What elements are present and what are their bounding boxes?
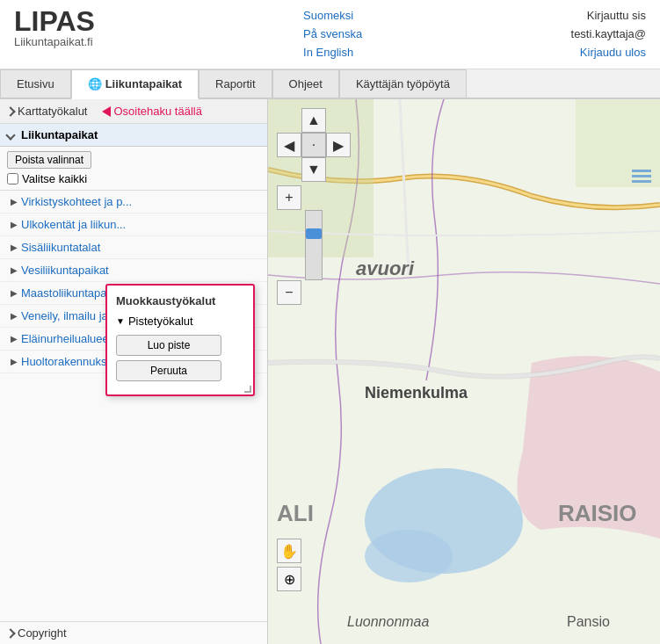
zoom-in-button[interactable]: + <box>277 185 301 210</box>
pistetyokalut-toggle[interactable]: ▼ Pistetyökalut <box>116 315 244 328</box>
svg-text:ALI: ALI <box>277 500 314 526</box>
liikuntapaikat-section[interactable]: Liikuntapaikat <box>0 124 267 147</box>
svg-text:Niemenkulma: Niemenkulma <box>365 384 468 402</box>
list-item-label: Virkistyskohteet ja p... <box>21 195 132 208</box>
poista-valinnat-button[interactable]: Poista valinnat <box>7 151 91 169</box>
zoom-thumb[interactable] <box>306 228 322 239</box>
list-arrow-icon: ▶ <box>11 220 18 229</box>
pan-down-button[interactable]: ▼ <box>301 157 326 182</box>
zoom-slider[interactable] <box>305 210 323 280</box>
list-arrow-icon: ▶ <box>11 242 18 252</box>
map-controls: ▲ ◀ · ▶ ▼ + − <box>277 108 351 305</box>
valitse-kaikki-row: Valitse kaikki <box>7 172 260 185</box>
pan-right-button[interactable]: ▶ <box>326 133 351 157</box>
link-suomeksi[interactable]: Suomeksi <box>303 7 353 25</box>
svg-text:Pansio: Pansio <box>567 614 610 629</box>
map-area[interactable]: avuori Niemenkulma ALI RAISIO Luonnonmaa… <box>268 99 660 644</box>
pistetyokalut-arrow-icon: ▼ <box>116 316 125 326</box>
logout-link[interactable]: Kirjaudu ulos <box>580 44 646 62</box>
map-line <box>632 170 651 172</box>
list-item-label: Huoltorakennukset <box>21 355 116 368</box>
zoom-extent-button[interactable]: ⊕ <box>277 567 301 591</box>
tab-raportit[interactable]: Raportit <box>199 69 272 98</box>
tab-raportit-label: Raportit <box>215 77 256 90</box>
valitse-kaikki-label: Valitse kaikki <box>22 172 87 185</box>
list-arrow-icon: ▶ <box>11 265 18 275</box>
map-line <box>632 180 651 183</box>
liikuntapaikat-arrow-icon <box>5 130 15 140</box>
osoitehaku-hint: Osoitehaku täällä <box>102 105 202 118</box>
tab-tyopoyta-label: Käyttäjän työpöytä <box>356 77 450 90</box>
tab-liikuntapaikat-label: Liikuntapaikat <box>105 77 182 90</box>
logo-lipas: LIPAS <box>14 7 95 35</box>
logo-area: LIPAS Liikuntapaikat.fi <box>14 7 95 48</box>
link-english[interactable]: In English <box>303 44 353 62</box>
map-tools-section: Karttatyökalut Osoitehaku täällä <box>0 99 267 124</box>
list-arrow-icon: ▶ <box>11 311 18 321</box>
pan-left-button[interactable]: ◀ <box>277 133 301 157</box>
arrow-right-icon <box>5 106 15 116</box>
list-item-label: Sisäliikuntatalat <box>21 241 100 254</box>
header: LIPAS Liikuntapaikat.fi Suomeksi På sven… <box>0 0 660 69</box>
map-tools-label: Karttatyökalut <box>18 105 88 118</box>
user-email: testi.kayttaja@ <box>571 25 646 44</box>
copyright-label: Copyright <box>18 626 67 640</box>
liikuntapaikat-label: Liikuntapaikat <box>21 128 98 141</box>
list-item[interactable]: ▶ Virkistyskohteet ja p... <box>0 191 267 213</box>
tab-ohjeet[interactable]: Ohjeet <box>272 69 339 98</box>
link-svenska[interactable]: På svenska <box>303 25 362 44</box>
map-bottom-controls: ✋ ⊕ <box>277 539 301 591</box>
tab-tyopoyta[interactable]: Käyttäjän työpöytä <box>339 69 467 98</box>
valitse-kaikki-checkbox[interactable] <box>7 173 18 185</box>
list-arrow-icon: ▶ <box>11 197 18 206</box>
svg-text:RAISIO: RAISIO <box>558 500 637 526</box>
modal-title: Muokkaustyökalut <box>116 294 244 308</box>
muokkaus-modal: Muokkaustyökalut ▼ Pistetyökalut Luo pis… <box>105 284 255 396</box>
logo-subtitle: Liikuntapaikat.fi <box>14 35 95 48</box>
list-arrow-icon: ▶ <box>11 288 18 298</box>
map-line <box>632 175 651 177</box>
list-arrow-icon: ▶ <box>11 334 18 344</box>
map-tools-toggle[interactable]: Karttatyökalut <box>7 105 88 118</box>
globe-icon: 🌐 <box>88 77 102 90</box>
zoom-out-button[interactable]: − <box>277 280 301 305</box>
hand-tool-button[interactable]: ✋ <box>277 539 301 563</box>
luo-piste-button[interactable]: Luo piste <box>116 335 221 356</box>
list-item-label: Vesiliikuntapaikat <box>21 264 109 277</box>
main-layout: Karttatyökalut Osoitehaku täällä Liikunt… <box>0 99 660 644</box>
list-arrow-icon: ▶ <box>11 357 18 366</box>
tab-ohjeet-label: Ohjeet <box>289 77 323 90</box>
pan-up-button[interactable]: ▲ <box>301 108 326 133</box>
list-item[interactable]: ▶ Ulkokentät ja liikun... <box>0 213 267 236</box>
pan-center-button[interactable]: · <box>301 133 326 157</box>
sidebar-controls: Poista valinnat Valitse kaikki <box>0 147 267 191</box>
osoitehaku-text: Osoitehaku täällä <box>114 105 202 118</box>
list-item[interactable]: ▶ Sisäliikuntatalat <box>0 236 267 259</box>
nav-tabs: Etusivu 🌐 Liikuntapaikat Raportit Ohjeet… <box>0 69 660 99</box>
peruuta-button[interactable]: Peruuta <box>116 360 221 381</box>
copyright-arrow-icon <box>5 628 15 638</box>
user-area: Kirjauttu sis testi.kayttaja@ Kirjaudu u… <box>571 7 646 62</box>
svg-point-2 <box>365 530 453 582</box>
resize-handle[interactable] <box>244 386 251 393</box>
list-item[interactable]: ▶ Vesiliikuntapaikat <box>0 259 267 282</box>
tab-etusivu[interactable]: Etusivu <box>0 69 71 98</box>
user-status: Kirjauttu sis <box>587 7 646 25</box>
copyright-section[interactable]: Copyright <box>0 621 267 644</box>
sidebar: Karttatyökalut Osoitehaku täällä Liikunt… <box>0 99 268 644</box>
arrow-left-pink-icon <box>102 106 111 117</box>
top-links: Suomeksi På svenska In English <box>303 7 362 62</box>
tab-etusivu-label: Etusivu <box>17 77 54 90</box>
tab-liikuntapaikat[interactable]: 🌐 Liikuntapaikat <box>71 69 199 99</box>
pistetyokalut-label: Pistetyökalut <box>128 315 193 328</box>
map-lines-decoration <box>632 170 651 183</box>
svg-text:Luonnonmaa: Luonnonmaa <box>347 614 430 629</box>
svg-text:avuori: avuori <box>356 257 415 279</box>
list-item-label: Ulkokentät ja liikun... <box>21 218 126 231</box>
list-item-label: Eläinurheilualueet <box>21 332 112 345</box>
